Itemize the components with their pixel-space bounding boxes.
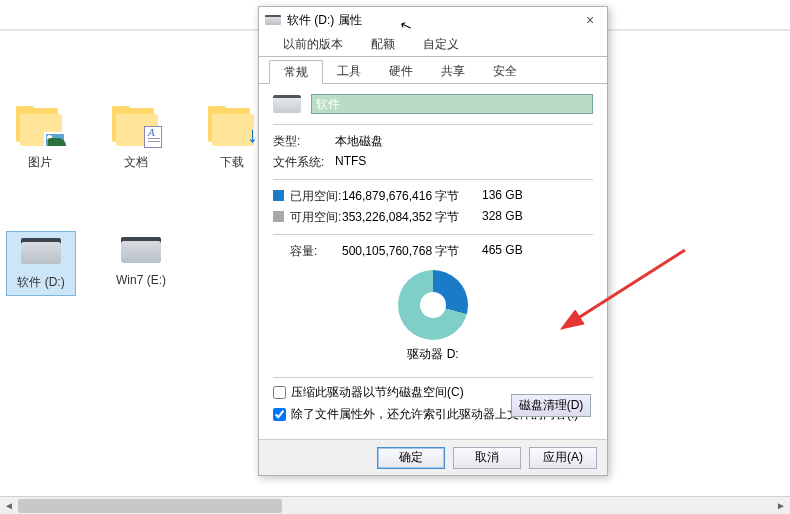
drive-label: 软件 (D:) bbox=[11, 274, 71, 291]
tab-general[interactable]: 常规 bbox=[269, 60, 323, 84]
tab-hardware[interactable]: 硬件 bbox=[375, 60, 427, 83]
tab-customize[interactable]: 自定义 bbox=[409, 33, 473, 56]
filesystem-value: NTFS bbox=[335, 154, 475, 171]
dialog-title: 软件 (D:) 属性 bbox=[287, 12, 579, 29]
folder-label: 下载 bbox=[202, 154, 262, 171]
tab-security[interactable]: 安全 bbox=[479, 60, 531, 83]
ok-button[interactable]: 确定 bbox=[377, 447, 445, 469]
folder-row: 图片 文档 下载 bbox=[10, 106, 262, 171]
tab-row-upper: 以前的版本 配额 自定义 bbox=[259, 33, 607, 57]
picture-overlay-icon bbox=[44, 132, 66, 148]
folder-icon bbox=[112, 106, 160, 146]
apply-button[interactable]: 应用(A) bbox=[529, 447, 597, 469]
drive-icon bbox=[265, 15, 281, 25]
compress-checkbox[interactable] bbox=[273, 386, 286, 399]
capacity-gb: 465 GB bbox=[482, 243, 523, 260]
folder-icon bbox=[208, 106, 256, 146]
used-swatch-icon bbox=[273, 190, 284, 201]
folder-pictures[interactable]: 图片 bbox=[10, 106, 70, 171]
drive-label: Win7 (E:) bbox=[110, 273, 172, 287]
scroll-thumb[interactable] bbox=[18, 499, 282, 513]
drive-row: 软件 (D:) Win7 (E:) bbox=[6, 231, 176, 296]
used-bytes: 146,879,676,416 字节 bbox=[342, 188, 482, 205]
folder-label: 文档 bbox=[106, 154, 166, 171]
drive-icon bbox=[273, 95, 301, 113]
drive-icon bbox=[117, 235, 165, 267]
free-bytes: 353,226,084,352 字节 bbox=[342, 209, 482, 226]
capacity-label: 容量: bbox=[290, 243, 342, 260]
compress-label: 压缩此驱动器以节约磁盘空间(C) bbox=[291, 384, 464, 401]
type-value: 本地磁盘 bbox=[335, 133, 475, 150]
dialog-titlebar[interactable]: 软件 (D:) 属性 × bbox=[259, 7, 607, 33]
tab-sharing[interactable]: 共享 bbox=[427, 60, 479, 83]
free-label: 可用空间: bbox=[290, 209, 342, 226]
folder-icon bbox=[16, 106, 64, 146]
drive-name-input[interactable] bbox=[311, 94, 593, 114]
tab-quota[interactable]: 配额 bbox=[357, 33, 409, 56]
tab-previous-versions[interactable]: 以前的版本 bbox=[269, 33, 357, 56]
document-overlay-icon bbox=[144, 126, 162, 148]
tab-row-lower: 常规 工具 硬件 共享 安全 bbox=[259, 60, 607, 84]
drive-d[interactable]: 软件 (D:) bbox=[6, 231, 76, 296]
dialog-footer: 确定 取消 应用(A) bbox=[259, 439, 607, 475]
folder-downloads[interactable]: 下载 bbox=[202, 106, 262, 171]
usage-pie-chart bbox=[398, 270, 468, 340]
folder-documents[interactable]: 文档 bbox=[106, 106, 166, 171]
cancel-button[interactable]: 取消 bbox=[453, 447, 521, 469]
close-button[interactable]: × bbox=[579, 12, 601, 28]
filesystem-label: 文件系统: bbox=[273, 154, 335, 171]
type-label: 类型: bbox=[273, 133, 335, 150]
properties-dialog: 软件 (D:) 属性 × 以前的版本 配额 自定义 常规 工具 硬件 共享 安全… bbox=[258, 6, 608, 476]
dialog-body: 类型: 本地磁盘 文件系统: NTFS 已用空间: 146,879,676,41… bbox=[259, 84, 607, 464]
horizontal-scrollbar[interactable]: ◄ ► bbox=[0, 496, 790, 514]
capacity-bytes: 500,105,760,768 字节 bbox=[342, 243, 482, 260]
drive-e[interactable]: Win7 (E:) bbox=[106, 231, 176, 296]
download-overlay-icon bbox=[234, 124, 258, 148]
free-swatch-icon bbox=[273, 211, 284, 222]
pie-drive-label: 驱动器 D: bbox=[273, 346, 593, 363]
disk-cleanup-button[interactable]: 磁盘清理(D) bbox=[511, 394, 591, 417]
drive-icon bbox=[17, 236, 65, 268]
scroll-left-arrow[interactable]: ◄ bbox=[0, 497, 18, 514]
folder-label: 图片 bbox=[10, 154, 70, 171]
index-checkbox[interactable] bbox=[273, 408, 286, 421]
used-label: 已用空间: bbox=[290, 188, 342, 205]
free-gb: 328 GB bbox=[482, 209, 523, 226]
used-gb: 136 GB bbox=[482, 188, 523, 205]
scroll-right-arrow[interactable]: ► bbox=[772, 497, 790, 514]
tab-tools[interactable]: 工具 bbox=[323, 60, 375, 83]
